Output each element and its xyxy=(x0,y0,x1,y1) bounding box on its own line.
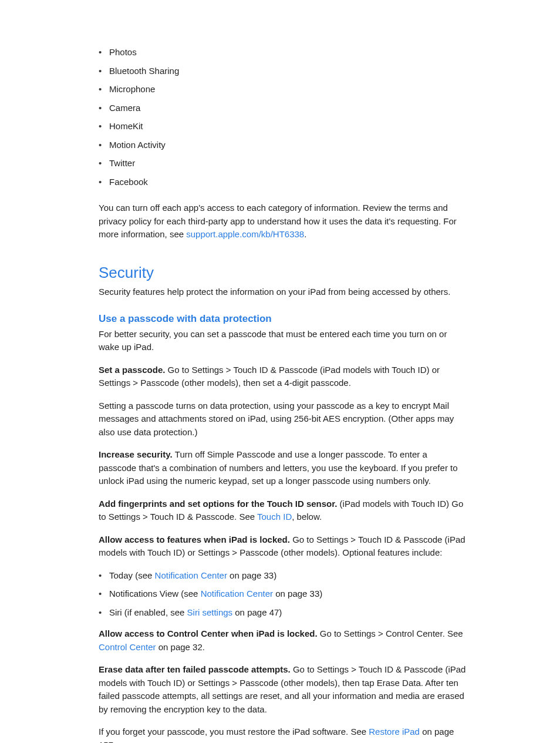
bold-lead: Increase security. xyxy=(99,449,175,459)
bold-lead: Allow access to features when iPad is lo… xyxy=(99,534,292,544)
list-item: HomeKit xyxy=(99,120,466,133)
control-center-link[interactable]: Control Center xyxy=(99,642,156,652)
fingerprints-paragraph: Add fingerprints and set options for the… xyxy=(99,497,466,524)
locked-features-list: Today (see Notification Center on page 3… xyxy=(99,569,466,620)
security-intro: Security features help protect the infor… xyxy=(99,285,466,299)
text: If you forget your passcode, you must re… xyxy=(99,727,369,737)
passcode-subheading: Use a passcode with data protection xyxy=(99,311,466,327)
text: Siri (if enabled, see xyxy=(109,607,187,617)
text: Go to Settings > Control Center. See xyxy=(320,628,463,638)
bold-lead: Set a passcode. xyxy=(99,365,168,375)
security-heading: Security xyxy=(99,261,466,284)
privacy-summary-paragraph: You can turn off each app's access to ea… xyxy=(99,201,466,241)
text: . xyxy=(304,229,306,239)
touch-id-link[interactable]: Touch ID xyxy=(257,512,292,522)
privacy-categories-list: Photos Bluetooth Sharing Microphone Came… xyxy=(99,46,466,189)
passcode-intro: For better security, you can set a passc… xyxy=(99,328,466,354)
siri-settings-link[interactable]: Siri settings xyxy=(187,607,233,617)
erase-data-paragraph: Erase data after ten failed passcode att… xyxy=(99,663,466,716)
support-link[interactable]: support.apple.com/kb/HT6338 xyxy=(186,229,304,239)
list-item: Photos xyxy=(99,46,466,59)
list-item: Camera xyxy=(99,102,466,115)
notification-center-link[interactable]: Notification Center xyxy=(201,589,273,599)
allow-access-paragraph: Allow access to features when iPad is lo… xyxy=(99,533,466,560)
forget-passcode-paragraph: If you forget your passcode, you must re… xyxy=(99,725,466,743)
list-item: Twitter xyxy=(99,157,466,170)
list-item: Motion Activity xyxy=(99,139,466,152)
list-item: Microphone xyxy=(99,83,466,96)
control-center-paragraph: Allow access to Control Center when iPad… xyxy=(99,627,466,654)
set-passcode-paragraph: Set a passcode. Go to Settings > Touch I… xyxy=(99,364,466,390)
list-item: Siri (if enabled, see Siri settings on p… xyxy=(99,606,466,620)
bold-lead: Add fingerprints and set options for the… xyxy=(99,499,340,509)
text: on page 32. xyxy=(156,642,205,652)
page-container: Photos Bluetooth Sharing Microphone Came… xyxy=(0,0,560,743)
list-item: Bluetooth Sharing xyxy=(99,65,466,78)
text: , below. xyxy=(292,512,322,522)
text: Today (see xyxy=(109,570,155,580)
list-item: Facebook xyxy=(99,176,466,189)
text: on page 33) xyxy=(227,570,276,580)
list-item: Notifications View (see Notification Cen… xyxy=(99,587,466,601)
bold-lead: Erase data after ten failed passcode att… xyxy=(99,664,293,674)
text: Notifications View (see xyxy=(109,589,201,599)
increase-security-paragraph: Increase security. Turn off Simple Passc… xyxy=(99,448,466,488)
list-item: Today (see Notification Center on page 3… xyxy=(99,569,466,583)
notification-center-link[interactable]: Notification Center xyxy=(155,570,227,580)
data-protection-paragraph: Setting a passcode turns on data protect… xyxy=(99,399,466,439)
restore-ipad-link[interactable]: Restore iPad xyxy=(369,727,420,737)
text: on page 47) xyxy=(232,607,282,617)
text: on page 33) xyxy=(273,589,322,599)
bold-lead: Allow access to Control Center when iPad… xyxy=(99,628,320,638)
